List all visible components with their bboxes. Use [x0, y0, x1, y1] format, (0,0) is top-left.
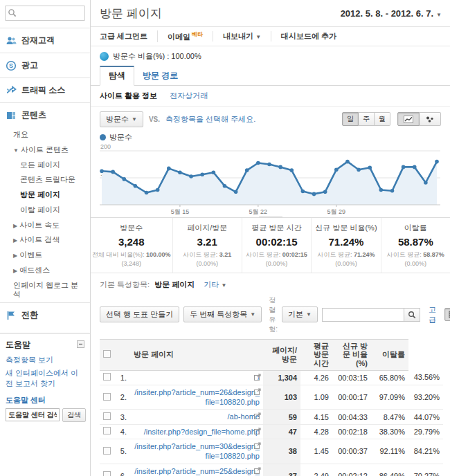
chart-point[interactable]: [413, 165, 417, 169]
sidebar-item-exit-pages[interactable]: 이탈 페이지: [0, 203, 90, 218]
chart-point[interactable]: [357, 167, 361, 172]
sidebar-item-site-content[interactable]: ▼사이트 콘텐츠: [0, 143, 90, 158]
external-link-icon[interactable]: [254, 442, 261, 450]
line-chart-button[interactable]: [397, 112, 420, 126]
row-checkbox[interactable]: [103, 427, 111, 434]
chart-point[interactable]: [390, 189, 395, 193]
sidebar-section-advertising[interactable]: S광고: [0, 53, 90, 77]
chart-point[interactable]: [111, 170, 115, 174]
advanced-segments-button[interactable]: 고급 세그먼트: [100, 31, 157, 42]
other-dimension-dropdown[interactable]: 기타 ▼: [204, 280, 226, 289]
chart-point[interactable]: [312, 192, 316, 196]
view-link-ecommerce[interactable]: 전자상거래: [170, 91, 208, 101]
row-checkbox[interactable]: [103, 393, 111, 401]
select-metric-link[interactable]: 측정항목을 선택해 주세요.: [165, 114, 255, 125]
chart-point[interactable]: [289, 168, 294, 172]
table-header-col-avg-time[interactable]: 평균 방문 시간: [300, 339, 332, 370]
chart-point[interactable]: [212, 170, 216, 174]
email-button[interactable]: 이메일베타: [157, 30, 213, 42]
help-search-input[interactable]: [6, 408, 60, 421]
table-search-button[interactable]: [404, 308, 420, 322]
granularity-day[interactable]: 일: [342, 112, 359, 126]
date-range-selector[interactable]: 2012. 5. 8. - 2012. 6. 7.▼: [341, 8, 442, 19]
external-link-icon[interactable]: [254, 428, 261, 436]
sidebar-section-audience[interactable]: 잠재고객: [0, 28, 90, 53]
chart-point[interactable]: [134, 184, 138, 188]
chart-point[interactable]: [156, 187, 160, 192]
external-link-icon[interactable]: [254, 467, 261, 475]
table-header-col-new-visit-pct[interactable]: 신규 방문 비율(%): [332, 339, 371, 370]
sidebar-item-landing-pages[interactable]: 방문 페이지: [0, 187, 90, 203]
granularity-week[interactable]: 주: [359, 112, 375, 126]
chart-point[interactable]: [178, 170, 182, 174]
sidebar-item-adsense[interactable]: ▶애드센스: [0, 263, 90, 278]
landing-page-link[interactable]: /insiter.php?article_num=25&design_file=…: [134, 467, 260, 476]
sidebar-item-site-search[interactable]: ▶사이트 검색: [0, 232, 90, 248]
chart-point[interactable]: [256, 161, 260, 165]
sidebar-section-traffic-sources[interactable]: 트래픽 소스: [0, 77, 90, 102]
chart-point[interactable]: [323, 190, 327, 194]
sidebar-section-content[interactable]: 콘텐츠: [0, 102, 90, 127]
help-search-button[interactable]: 검색: [62, 408, 86, 422]
row-checkbox[interactable]: [103, 412, 111, 420]
table-header-col-pages-per-visit[interactable]: 페이지/방문: [263, 339, 300, 370]
sidebar-section-conversions[interactable]: 전환: [0, 302, 90, 327]
granularity-month[interactable]: 월: [375, 112, 390, 126]
chart-point[interactable]: [189, 174, 193, 178]
help-link-0[interactable]: 측정항목 보기: [6, 355, 84, 365]
view-link-site-usage[interactable]: 사이트 활용 정보: [100, 91, 157, 101]
motion-chart-button[interactable]: [420, 112, 441, 126]
chart-point[interactable]: [122, 177, 126, 181]
chart-point[interactable]: [145, 190, 149, 194]
chart-point[interactable]: [278, 165, 282, 169]
table-search-input[interactable]: [322, 308, 404, 322]
secondary-dimension-button[interactable]: 두 번째 특성항목▼: [183, 306, 262, 322]
sidebar-item-all-pages[interactable]: 모든 페이지: [0, 158, 90, 173]
chart-point[interactable]: [200, 172, 204, 176]
metric-dropdown[interactable]: 방문수▼: [100, 111, 143, 127]
chart-point[interactable]: [234, 190, 238, 194]
landing-page-link[interactable]: /insiter.php?article_num=30&design_file=…: [134, 442, 260, 460]
collapse-icon[interactable]: [77, 340, 84, 350]
chart-point[interactable]: [167, 166, 171, 170]
landing-page-link[interactable]: /insiter.php?article_num=26&design_file=…: [134, 388, 260, 406]
help-center-link[interactable]: 도움말 센터: [6, 395, 84, 405]
row-checkbox[interactable]: [103, 373, 111, 381]
chart-point[interactable]: [223, 184, 227, 188]
primary-dimension-selected[interactable]: 방문 페이지: [154, 280, 195, 289]
chart-point[interactable]: [435, 159, 439, 163]
chart-point[interactable]: [424, 181, 428, 185]
chart-point[interactable]: [334, 167, 339, 172]
advanced-filter-link[interactable]: 고급: [429, 304, 436, 325]
external-link-icon[interactable]: [254, 374, 261, 382]
plot-rows-button[interactable]: 선택 행 도표 만들기: [100, 306, 179, 322]
table-view-button[interactable]: [444, 308, 450, 321]
tab-entrance-paths[interactable]: 방문 경로: [134, 67, 186, 85]
export-button[interactable]: 내보내기 ▼: [213, 31, 271, 42]
external-link-icon[interactable]: [254, 388, 261, 396]
sidebar-item-content-drilldown[interactable]: 콘텐츠 드릴다운: [0, 172, 90, 187]
sidebar-search-input[interactable]: [5, 6, 85, 21]
chart-point[interactable]: [245, 168, 249, 172]
chart-point[interactable]: [267, 162, 271, 166]
sidebar-item-site-speed[interactable]: ▶사이트 속도: [0, 218, 90, 233]
chart-point[interactable]: [345, 159, 350, 163]
add-to-dashboard-button[interactable]: 대시보드에 추가: [271, 31, 346, 42]
external-link-icon[interactable]: [254, 412, 261, 421]
chart-point[interactable]: [368, 165, 372, 170]
row-checkbox[interactable]: [103, 471, 111, 476]
table-header-col-bounce-rate[interactable]: 이탈률: [371, 339, 408, 370]
tab-explorer[interactable]: 탐색: [100, 66, 134, 86]
landing-page-link[interactable]: /insiter.php?design_file=home.php: [144, 428, 260, 436]
chart-point[interactable]: [379, 187, 384, 192]
help-link-1[interactable]: 새 인터페이스에서 이전 보고서 찾기: [6, 368, 84, 388]
chart-point[interactable]: [100, 169, 104, 173]
sidebar-item-events[interactable]: ▶이벤트: [0, 248, 90, 263]
row-checkbox[interactable]: [103, 447, 111, 455]
chart-point[interactable]: [402, 165, 406, 169]
sidebar-item-overview[interactable]: 개요: [0, 127, 90, 143]
sidebar-item-in-page-analytics[interactable]: 인페이지 웹로그 분석: [0, 278, 90, 303]
sort-type-dropdown[interactable]: 기본▼: [282, 306, 318, 322]
table-header-col-landing-page[interactable]: 방문 페이지: [130, 339, 263, 370]
chart-point[interactable]: [301, 189, 305, 193]
